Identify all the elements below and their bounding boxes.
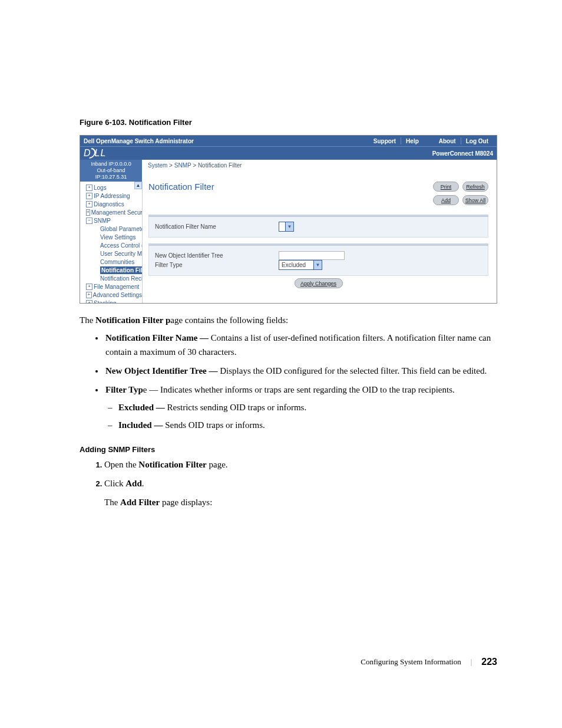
- oid-tree-input[interactable]: [279, 251, 345, 260]
- inband-ip: Inband IP:0.0.0.0: [85, 161, 137, 167]
- sidebar-item-advanced-settings[interactable]: +Advanced Settings: [82, 291, 142, 299]
- form-row-oid-tree: New Object Identifier Tree: [149, 251, 488, 260]
- list-item: Included — Sends OID traps or informs.: [118, 418, 497, 432]
- logout-link[interactable]: Log Out: [461, 136, 493, 146]
- sidebar-item-logs[interactable]: +Logs: [82, 183, 142, 192]
- dell-logo: DLL: [84, 148, 106, 159]
- collapse-icon[interactable]: +: [86, 284, 92, 290]
- step-result: The Add Filter page displays:: [104, 495, 497, 509]
- sidebar-item-user-security[interactable]: User Security M: [82, 249, 142, 258]
- list-item: Click Add.: [104, 476, 497, 490]
- filter-name-select[interactable]: ▼: [279, 222, 294, 232]
- footer-section: Configuring System Information: [361, 657, 461, 667]
- logobar: DLL PowerConnect M8024: [80, 146, 497, 160]
- sidebar: ▲ +Logs +IP Addressing +Diagnostics +Man…: [80, 182, 143, 303]
- figure-caption: Figure 6-103. Notification Filter: [80, 118, 497, 127]
- page-title: Notification Filter: [148, 182, 433, 192]
- list-item: New Object Identifier Tree — Displays th…: [104, 364, 497, 378]
- oob-ip: Out-of-band IP:10.27.5.31: [85, 167, 137, 180]
- sidebar-item-mgmt-security[interactable]: +Management Secur: [82, 208, 142, 216]
- form-row-filter-name: Notification Filter Name ▼: [149, 222, 488, 231]
- list-item: Open the Notification Filter page.: [104, 457, 497, 472]
- collapse-icon[interactable]: +: [86, 193, 92, 199]
- sidebar-item-snmp[interactable]: −SNMP: [82, 216, 142, 225]
- field-list: Notification Filter Name — Contains a li…: [80, 331, 497, 432]
- oid-tree-label: New Object Identifier Tree: [155, 252, 279, 259]
- collapse-icon[interactable]: +: [86, 292, 92, 298]
- print-button[interactable]: Print: [433, 182, 459, 192]
- list-item: Notification Filter Name — Contains a li…: [104, 331, 497, 359]
- sidebar-item-view-settings[interactable]: View Settings: [82, 233, 142, 241]
- showall-button[interactable]: Show All: [462, 195, 488, 205]
- collapse-icon[interactable]: −: [86, 218, 92, 224]
- filter-type-label: Filter Type: [155, 262, 279, 268]
- titlebar: Dell OpenManage Switch Administrator Sup…: [80, 136, 497, 146]
- page-footer: Configuring System Information | 223: [80, 657, 497, 667]
- nav-tree: +Logs +IP Addressing +Diagnostics +Manag…: [80, 182, 142, 303]
- collapse-icon[interactable]: +: [86, 300, 92, 304]
- help-link[interactable]: Help: [401, 136, 424, 146]
- add-button[interactable]: Add: [433, 195, 459, 205]
- refresh-button[interactable]: Refresh: [462, 182, 488, 192]
- app-title: Dell OpenManage Switch Administrator: [84, 138, 369, 144]
- form-row-filter-type: Filter Type Excluded▼: [149, 260, 488, 269]
- ip-info: Inband IP:0.0.0.0 Out-of-band IP:10.27.5…: [80, 160, 142, 182]
- logo-ring-icon: [89, 148, 97, 159]
- breadcrumb: System > SNMP > Notification Filter: [142, 160, 497, 182]
- filter-name-label: Notification Filter Name: [155, 223, 279, 230]
- document-page: Figure 6-103. Notification Filter Dell O…: [0, 0, 562, 703]
- list-item: Filter Type — Indicates whether informs …: [104, 383, 497, 432]
- sidebar-item-communities[interactable]: Communities: [82, 258, 142, 266]
- sidebar-item-ip-addressing[interactable]: +IP Addressing: [82, 192, 142, 200]
- crumb-system[interactable]: System: [148, 162, 167, 169]
- page-number: 223: [481, 657, 497, 667]
- intro-paragraph: The Notification Filter page contains th…: [80, 313, 497, 327]
- sidebar-item-global-params[interactable]: Global Paramete: [82, 225, 142, 233]
- device-label: PowerConnect M8024: [432, 150, 493, 157]
- section-heading: Adding SNMP Filters: [80, 445, 497, 454]
- sidebar-item-file-mgmt[interactable]: +File Management: [82, 282, 142, 291]
- about-link[interactable]: About: [434, 136, 461, 146]
- list-item: Excluded — Restricts sending OID traps o…: [118, 400, 497, 414]
- chevron-down-icon: ▼: [313, 261, 322, 269]
- filter-type-select[interactable]: Excluded▼: [279, 260, 322, 270]
- footer-separator: |: [471, 657, 472, 667]
- scroll-up-icon[interactable]: ▲: [134, 182, 142, 189]
- sidebar-item-stacking[interactable]: +Stacking: [82, 299, 142, 303]
- app-screenshot: Dell OpenManage Switch Administrator Sup…: [80, 135, 497, 304]
- apply-changes-button[interactable]: Apply Changes: [295, 278, 343, 288]
- collapse-icon[interactable]: +: [86, 185, 92, 191]
- collapse-icon[interactable]: +: [86, 201, 92, 207]
- crumb-snmp[interactable]: SNMP: [174, 162, 191, 169]
- main-panel: Notification Filter Print Refresh Add Sh…: [143, 182, 497, 303]
- support-link[interactable]: Support: [369, 136, 401, 146]
- collapse-icon[interactable]: +: [86, 209, 90, 216]
- crumb-current: Notification Filter: [198, 162, 242, 169]
- sidebar-item-diagnostics[interactable]: +Diagnostics: [82, 200, 142, 208]
- sidebar-item-notification-filter[interactable]: Notification Filt: [82, 266, 142, 274]
- chevron-down-icon: ▼: [285, 222, 293, 231]
- steps-list: Open the Notification Filter page. Click…: [80, 457, 497, 490]
- sidebar-item-access-control[interactable]: Access Control (: [82, 241, 142, 249]
- sidebar-item-notification-reci[interactable]: Notification Reci: [82, 274, 142, 282]
